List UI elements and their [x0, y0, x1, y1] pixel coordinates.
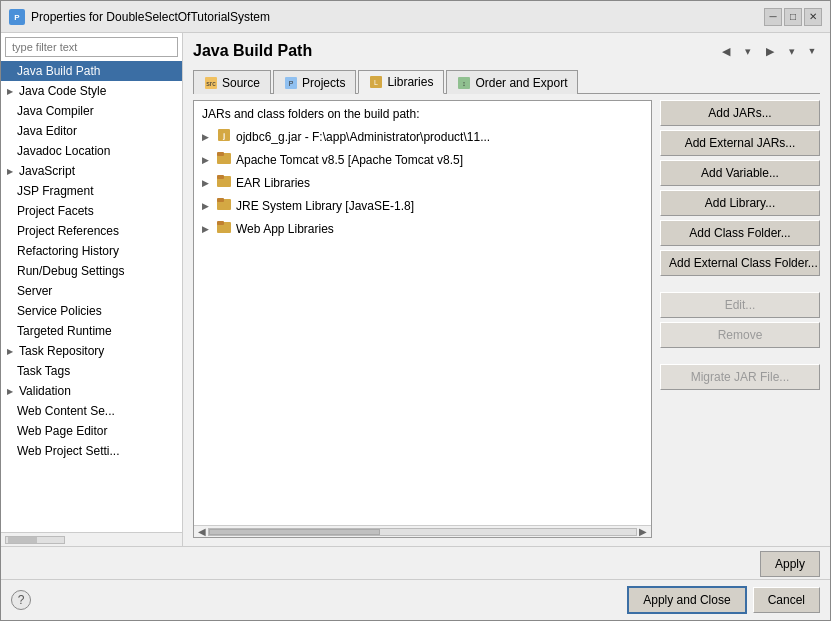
cancel-button[interactable]: Cancel: [753, 587, 820, 613]
action-buttons-panel: Add JARs... Add External JARs... Add Var…: [660, 100, 820, 538]
tab-icon-3: ↕: [457, 76, 471, 90]
svg-text:P: P: [289, 80, 294, 87]
sidebar-item-11[interactable]: Server: [1, 281, 182, 301]
sidebar-scroll-area: Java Build Path▶Java Code StyleJava Comp…: [1, 61, 182, 461]
svg-rect-19: [217, 221, 224, 225]
sidebar-item-label: Javadoc Location: [17, 144, 110, 158]
svg-rect-13: [217, 152, 224, 156]
nav-dropdown-forward[interactable]: ▾: [782, 41, 802, 61]
tab-projects[interactable]: PProjects: [273, 70, 356, 94]
tree-item-3[interactable]: ▶JRE System Library [JavaSE-1.8]: [194, 194, 651, 217]
add-library-button[interactable]: Add Library...: [660, 190, 820, 216]
add-jars-button[interactable]: Add JARs...: [660, 100, 820, 126]
sidebar-item-label: Java Compiler: [17, 104, 94, 118]
tree-items-container: ▶jojdbc6_g.jar - F:\app\Administrator\pr…: [194, 125, 651, 240]
page-title: Java Build Path: [193, 42, 312, 60]
tab-bar: srcSourcePProjectsLLibraries↕Order and E…: [193, 69, 820, 94]
tree-hscroll: ◀ ▶: [194, 525, 651, 537]
sidebar-item-label: JavaScript: [19, 164, 75, 178]
sidebar-item-0[interactable]: Java Build Path: [1, 61, 182, 81]
svg-text:src: src: [206, 80, 216, 87]
sidebar-item-2[interactable]: Java Compiler: [1, 101, 182, 121]
sidebar-item-15[interactable]: Task Tags: [1, 361, 182, 381]
library-icon: [216, 196, 232, 215]
tree-panel-label: JARs and class folders on the build path…: [194, 101, 651, 125]
hscroll-thumb: [209, 529, 380, 535]
expand-arrow-icon: ▶: [7, 167, 13, 176]
add-external-jars-button[interactable]: Add External JARs...: [660, 130, 820, 156]
svg-text:↕: ↕: [463, 80, 467, 87]
nav-forward-button[interactable]: ▶: [760, 41, 780, 61]
sidebar-item-5[interactable]: ▶JavaScript: [1, 161, 182, 181]
sidebar-item-6[interactable]: JSP Fragment: [1, 181, 182, 201]
jar-icon: j: [216, 127, 232, 146]
nav-dropdown-back[interactable]: ▾: [738, 41, 758, 61]
tree-item-0[interactable]: ▶jojdbc6_g.jar - F:\app\Administrator\pr…: [194, 125, 651, 148]
sidebar-item-label: Java Editor: [17, 124, 77, 138]
sidebar-item-1[interactable]: ▶Java Code Style: [1, 81, 182, 101]
sidebar-hscroll: [1, 532, 182, 546]
dialog-title: Properties for DoubleSelectOfTutorialSys…: [31, 10, 270, 24]
tree-expand-icon-3: ▶: [202, 201, 214, 211]
remove-button[interactable]: Remove: [660, 322, 820, 348]
tree-item-4[interactable]: ▶Web App Libraries: [194, 217, 651, 240]
hscroll-track: [208, 528, 637, 536]
sidebar-item-16[interactable]: ▶Validation: [1, 381, 182, 401]
tab-libraries[interactable]: LLibraries: [358, 70, 444, 94]
title-bar: P Properties for DoubleSelectOfTutorialS…: [1, 1, 830, 33]
sidebar-item-label: Web Project Setti...: [17, 444, 120, 458]
add-external-class-folder-button[interactable]: Add External Class Folder...: [660, 250, 820, 276]
tab-order-and-export[interactable]: ↕Order and Export: [446, 70, 578, 94]
library-icon: [216, 150, 232, 169]
sidebar-item-18[interactable]: Web Page Editor: [1, 421, 182, 441]
migrate-jar-button[interactable]: Migrate JAR File...: [660, 364, 820, 390]
sidebar-item-label: Java Code Style: [19, 84, 106, 98]
add-class-folder-button[interactable]: Add Class Folder...: [660, 220, 820, 246]
tree-expand-icon-0: ▶: [202, 132, 214, 142]
sidebar-item-label: Validation: [19, 384, 71, 398]
tree-item-1[interactable]: ▶Apache Tomcat v8.5 [Apache Tomcat v8.5]: [194, 148, 651, 171]
sidebar-item-19[interactable]: Web Project Setti...: [1, 441, 182, 461]
tree-item-2[interactable]: ▶EAR Libraries: [194, 171, 651, 194]
sidebar-item-13[interactable]: Targeted Runtime: [1, 321, 182, 341]
add-variable-button[interactable]: Add Variable...: [660, 160, 820, 186]
tab-icon-0: src: [204, 76, 218, 90]
apply-button[interactable]: Apply: [760, 551, 820, 577]
sidebar-item-14[interactable]: ▶Task Repository: [1, 341, 182, 361]
sidebar-item-3[interactable]: Java Editor: [1, 121, 182, 141]
sidebar-item-8[interactable]: Project References: [1, 221, 182, 241]
sidebar-item-7[interactable]: Project Facets: [1, 201, 182, 221]
nav-menu-button[interactable]: ▼: [804, 41, 820, 61]
sidebar-item-10[interactable]: Run/Debug Settings: [1, 261, 182, 281]
hscroll-right[interactable]: ▶: [637, 526, 649, 537]
apply-and-close-button[interactable]: Apply and Close: [627, 586, 746, 614]
maximize-button[interactable]: □: [784, 8, 802, 26]
minimize-button[interactable]: ─: [764, 8, 782, 26]
edit-button[interactable]: Edit...: [660, 292, 820, 318]
tab-label-2: Libraries: [387, 75, 433, 89]
sidebar-item-9[interactable]: Refactoring History: [1, 241, 182, 261]
sidebar-item-label: Project References: [17, 224, 119, 238]
help-button[interactable]: ?: [11, 590, 31, 610]
tree-expand-icon-4: ▶: [202, 224, 214, 234]
svg-text:L: L: [374, 79, 378, 86]
tab-source[interactable]: srcSource: [193, 70, 271, 94]
sidebar-item-label: Web Content Se...: [17, 404, 115, 418]
sidebar-hscroll-track: [5, 536, 65, 544]
hscroll-left[interactable]: ◀: [196, 526, 208, 537]
sidebar-item-17[interactable]: Web Content Se...: [1, 401, 182, 421]
tab-icon-2: L: [369, 75, 383, 89]
tree-panel: JARs and class folders on the build path…: [193, 100, 652, 538]
sidebar-item-label: Service Policies: [17, 304, 102, 318]
sidebar-item-label: Server: [17, 284, 52, 298]
close-button[interactable]: ✕: [804, 8, 822, 26]
title-bar-left: P Properties for DoubleSelectOfTutorialS…: [9, 9, 270, 25]
sidebar-item-12[interactable]: Service Policies: [1, 301, 182, 321]
expand-arrow-icon: ▶: [7, 387, 13, 396]
sidebar: Java Build Path▶Java Code StyleJava Comp…: [1, 33, 183, 546]
sidebar-item-4[interactable]: Javadoc Location: [1, 141, 182, 161]
nav-back-button[interactable]: ◀: [716, 41, 736, 61]
filter-input[interactable]: [5, 37, 178, 57]
title-controls: ─ □ ✕: [764, 8, 822, 26]
dialog-icon: P: [9, 9, 25, 25]
